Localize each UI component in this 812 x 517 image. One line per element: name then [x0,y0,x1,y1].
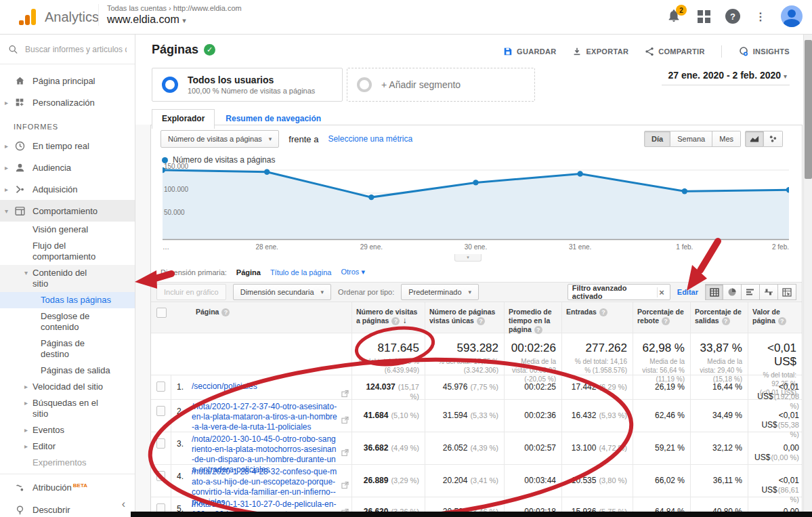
chart-x-label: … [163,243,169,251]
table-view-button[interactable] [705,284,723,300]
secondary-dimension-dropdown[interactable]: Dimensión secundaria▾ [233,284,331,300]
sidebar-item-realtime[interactable]: ▸ En tiempo real [0,135,135,157]
sidebar-item-attribution[interactable]: AtribuciónBETA [0,477,135,499]
granularity-month[interactable]: Mes [712,131,741,147]
help-icon[interactable]: ? [778,317,786,325]
tab-explorer[interactable]: Explorador [152,109,215,129]
percentage-view-button[interactable] [723,284,742,300]
pivot-icon [782,288,792,297]
vertical-scrollbar[interactable] [803,35,812,517]
sidebar-item-site-search[interactable]: ▸ Búsquedas en el sitio [0,395,135,422]
metric-dropdown[interactable]: Número de visitas a páginas▾ [161,130,279,148]
chart-data-point[interactable] [368,194,374,200]
sidebar-item-personalization[interactable]: ▸ Personalización [0,91,135,113]
search-input[interactable] [25,45,127,54]
sidebar-item-behavior-flow[interactable]: Flujo del comportamiento [0,238,135,265]
share-button[interactable]: COMPARTIR [645,47,705,56]
help-icon[interactable]: ? [221,308,230,316]
select-metric-link[interactable]: Seleccione una métrica [328,134,412,144]
help-icon[interactable]: ? [477,317,485,325]
table-row: 3. /nota/2020-1-30-10-45-0-otro-robo-san… [151,432,802,465]
chevron-down-icon: ▾ [321,289,324,295]
sidebar-item-exit-pages[interactable]: Páginas de salida [0,363,135,379]
comparison-view-button[interactable] [760,284,778,300]
sidebar-item-all-pages[interactable]: Todas las páginas [0,292,135,308]
add-segment-button[interactable]: + Añadir segmento [347,68,535,102]
sidebar-item-editor[interactable]: ▸ Editor [0,438,135,455]
sidebar-item-site-speed[interactable]: ▸ Velocidad del sitio [0,379,135,395]
sidebar-item-behavior[interactable]: ▾ Comportamiento [0,200,135,222]
sidebar-item-site-content[interactable]: ▾ Contenido del sitio [0,265,135,292]
more-menu-icon[interactable]: ⋮ [755,10,766,23]
granularity-week[interactable]: Semana [670,131,712,147]
sidebar-item-audience[interactable]: ▸ Audiencia [0,157,135,178]
sort-type-dropdown[interactable]: Predeterminado▾ [401,284,479,300]
sidebar-item-overview[interactable]: Visión general [0,222,135,238]
chart-x-label: 1 feb. [676,243,693,251]
property-selector[interactable]: www.eldia.com ▾ [107,14,242,26]
save-button[interactable]: GUARDAR [503,47,556,56]
row-checkbox[interactable] [156,471,165,481]
help-icon[interactable]: ? [599,308,607,316]
insights-button[interactable]: INSIGHTS [738,46,790,57]
download-icon [572,47,582,56]
row-checkbox[interactable] [156,406,165,416]
chart-data-point[interactable] [577,171,582,176]
lightbulb-icon [14,503,26,516]
scatter-chart-toggle[interactable] [764,131,783,147]
dimension-others[interactable]: Otros ▾ [341,268,365,276]
row-checkbox[interactable] [156,381,165,392]
line-chart-toggle[interactable] [745,131,764,147]
row-checkbox[interactable] [156,438,165,449]
advanced-filter-chip[interactable]: Filtro avanzado activado × [568,284,670,300]
table-toolbar: Incluir en gráfico Dimensión secundaria▾… [151,282,802,302]
sidebar-item-home[interactable]: Página principal [0,70,135,91]
sidebar-item-content-drilldown[interactable]: Desglose de contenido [0,308,135,335]
avatar[interactable] [781,5,803,27]
pivot-view-button[interactable] [778,284,796,300]
sidebar: Página principal ▸ Personalización INFOR… [0,35,135,517]
chart-data-point[interactable] [682,188,687,194]
plot-rows-button[interactable]: Incluir en gráfico [156,284,226,300]
chart-data-point[interactable] [264,169,270,175]
sidebar-item-landing-pages[interactable]: Páginas de destino [0,335,135,363]
tab-navigation-summary[interactable]: Resumen de navegación [215,110,332,129]
chart-data-point[interactable] [473,180,478,185]
close-icon[interactable]: × [657,287,666,297]
sidebar-collapse-button[interactable]: ‹ [122,498,125,510]
scrollbar-thumb[interactable] [805,40,812,179]
bars-icon [746,288,755,296]
sidebar-item-discover[interactable]: Descubrir [0,499,135,517]
sidebar-item-experiments[interactable]: Experimentos [0,455,135,471]
chevron-down-icon: ▾ [467,255,469,260]
external-link-icon[interactable] [341,417,349,427]
dimension-page-title[interactable]: Título de la página [270,268,332,276]
help-icon[interactable]: ? [722,317,730,325]
external-link-icon[interactable] [341,449,349,459]
external-link-icon[interactable] [341,390,349,400]
help-icon[interactable]: ? [391,317,400,325]
chart-expander[interactable]: ▾ [454,254,482,262]
page-link[interactable]: /nota/2020-1-27-2-37-40-otro-asesinato-e… [192,402,337,432]
notifications-button[interactable]: 2 [666,7,683,25]
help-icon[interactable]: ? [725,9,740,24]
page-link[interactable]: /seccion/policiales [192,381,257,391]
segment-all-users[interactable]: Todos los usuarios 100,00 % Número de vi… [152,68,343,102]
sidebar-item-events[interactable]: ▸ Eventos [0,422,135,438]
edit-filter-link[interactable]: Editar [677,288,698,296]
sidebar-divider [0,474,135,474]
granularity-day[interactable]: Día [644,131,670,147]
line-chart-icon [750,135,759,143]
y-tick: 100.000 [164,186,188,193]
performance-view-button[interactable] [742,284,760,300]
chevron-right-icon: ▸ [24,398,28,409]
help-icon[interactable]: ? [662,317,670,325]
sidebar-item-acquisition[interactable]: ▸ Adquisición [0,178,135,200]
date-range-picker[interactable]: 27 ene. 2020 - 2 feb. 2020 ▾ [662,70,790,85]
select-all-checkbox[interactable] [156,308,167,318]
sidebar-section-informes: INFORMES [0,113,135,135]
external-link-icon[interactable] [341,482,349,492]
dimension-page[interactable]: Página [236,268,261,276]
apps-grid-icon[interactable] [698,10,710,23]
export-button[interactable]: EXPORTAR [572,47,628,56]
